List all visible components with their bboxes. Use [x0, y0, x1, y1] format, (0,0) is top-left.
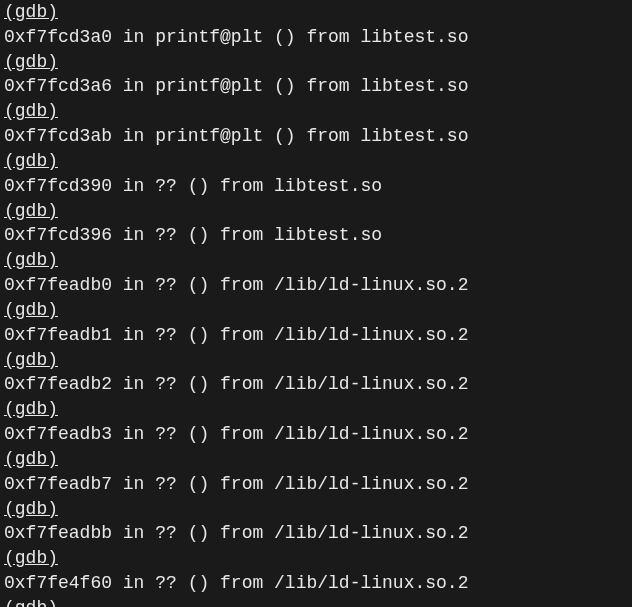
gdb-prompt: (gdb)	[4, 149, 628, 174]
gdb-output-line: 0xf7fcd396 in ?? () from libtest.so	[4, 223, 628, 248]
gdb-prompt: (gdb)	[4, 546, 628, 571]
gdb-output-line: 0xf7fcd3ab in printf@plt () from libtest…	[4, 124, 628, 149]
gdb-prompt: (gdb)	[4, 199, 628, 224]
gdb-output-line: 0xf7fe4f60 in ?? () from /lib/ld-linux.s…	[4, 571, 628, 596]
gdb-prompt: (gdb)	[4, 497, 628, 522]
gdb-output-line: 0xf7feadb1 in ?? () from /lib/ld-linux.s…	[4, 323, 628, 348]
gdb-output-line: 0xf7fcd390 in ?? () from libtest.so	[4, 174, 628, 199]
gdb-prompt: (gdb)	[4, 298, 628, 323]
gdb-output-line: 0xf7feadb2 in ?? () from /lib/ld-linux.s…	[4, 372, 628, 397]
gdb-prompt: (gdb)	[4, 397, 628, 422]
gdb-prompt: (gdb)	[4, 99, 628, 124]
gdb-output-line: 0xf7feadbb in ?? () from /lib/ld-linux.s…	[4, 521, 628, 546]
gdb-output-line: 0xf7feadb7 in ?? () from /lib/ld-linux.s…	[4, 472, 628, 497]
gdb-output-line: 0xf7fcd3a0 in printf@plt () from libtest…	[4, 25, 628, 50]
gdb-output-line: 0xf7feadb3 in ?? () from /lib/ld-linux.s…	[4, 422, 628, 447]
gdb-output-line: 0xf7feadb0 in ?? () from /lib/ld-linux.s…	[4, 273, 628, 298]
gdb-prompt: (gdb)	[4, 248, 628, 273]
terminal-output[interactable]: (gdb) 0xf7fcd3a0 in printf@plt () from l…	[0, 0, 632, 607]
gdb-prompt: (gdb)	[4, 50, 628, 75]
gdb-output-line: 0xf7fcd3a6 in printf@plt () from libtest…	[4, 74, 628, 99]
gdb-prompt: (gdb)	[4, 447, 628, 472]
gdb-prompt: (gdb)	[4, 348, 628, 373]
gdb-prompt: (gdb)	[4, 0, 628, 25]
gdb-prompt: (gdb)	[4, 596, 628, 607]
